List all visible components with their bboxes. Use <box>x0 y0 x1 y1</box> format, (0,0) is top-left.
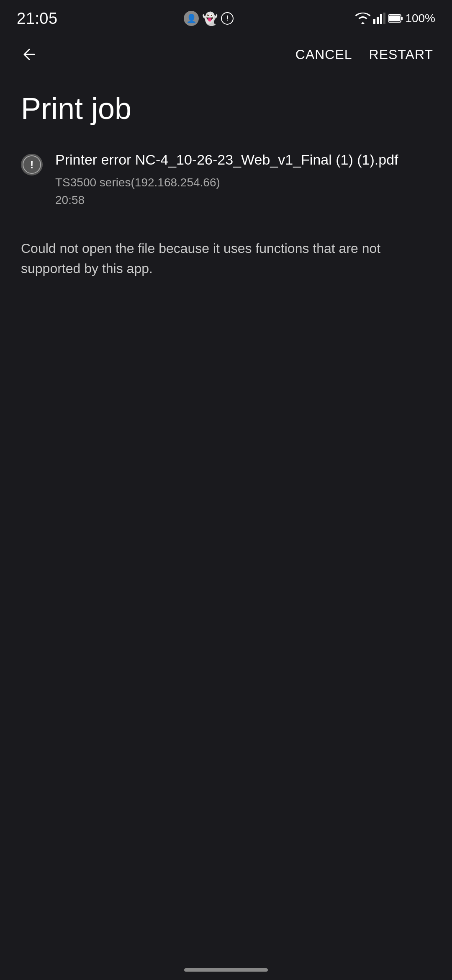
ghost-icon: 👻 <box>202 11 218 26</box>
print-job-container: ! Printer error NC-4_10-26-23_Web_v1_Fin… <box>0 142 452 222</box>
printer-name: TS3500 series(192.168.254.66) <box>55 176 220 189</box>
print-job-details: Printer error NC-4_10-26-23_Web_v1_Final… <box>55 150 431 209</box>
svg-rect-2 <box>380 14 382 24</box>
svg-rect-3 <box>383 13 385 24</box>
page-title: Print job <box>21 92 431 125</box>
home-bar <box>184 968 268 972</box>
notification-icons: 👤 👻 ! <box>184 11 234 26</box>
error-exclamation-icon: ! <box>23 155 41 174</box>
alert-circle-icon: ! <box>221 12 234 25</box>
signal-icon <box>373 13 386 24</box>
print-job-item: ! Printer error NC-4_10-26-23_Web_v1_Fin… <box>21 150 431 209</box>
svg-rect-1 <box>377 17 379 24</box>
arrow-left-icon <box>21 46 38 63</box>
battery-icon <box>388 14 403 23</box>
svg-rect-0 <box>373 19 375 24</box>
svg-rect-6 <box>389 15 400 21</box>
signal-status-icons: 100% <box>355 12 435 25</box>
cancel-button[interactable]: CANCEL <box>293 43 354 67</box>
error-icon-container: ! <box>21 154 43 175</box>
error-message: Could not open the file because it uses … <box>0 222 452 291</box>
restart-button[interactable]: RESTART <box>367 43 435 67</box>
status-bar: 21:05 👤 👻 ! 100% <box>0 0 452 34</box>
svg-rect-5 <box>401 17 403 20</box>
back-button[interactable] <box>17 42 42 67</box>
page-title-section: Print job <box>0 75 452 142</box>
battery-percent: 100% <box>405 12 435 25</box>
wifi-icon <box>355 13 371 24</box>
avatar-icon: 👤 <box>184 11 199 26</box>
print-job-printer: TS3500 series(192.168.254.66) 20:58 <box>55 174 431 209</box>
print-job-filename: Printer error NC-4_10-26-23_Web_v1_Final… <box>55 150 431 170</box>
nav-actions: CANCEL RESTART <box>293 43 435 67</box>
print-job-time: 20:58 <box>55 193 85 206</box>
error-icon: ! <box>21 154 43 175</box>
top-nav: CANCEL RESTART <box>0 34 452 75</box>
status-time: 21:05 <box>17 10 58 28</box>
